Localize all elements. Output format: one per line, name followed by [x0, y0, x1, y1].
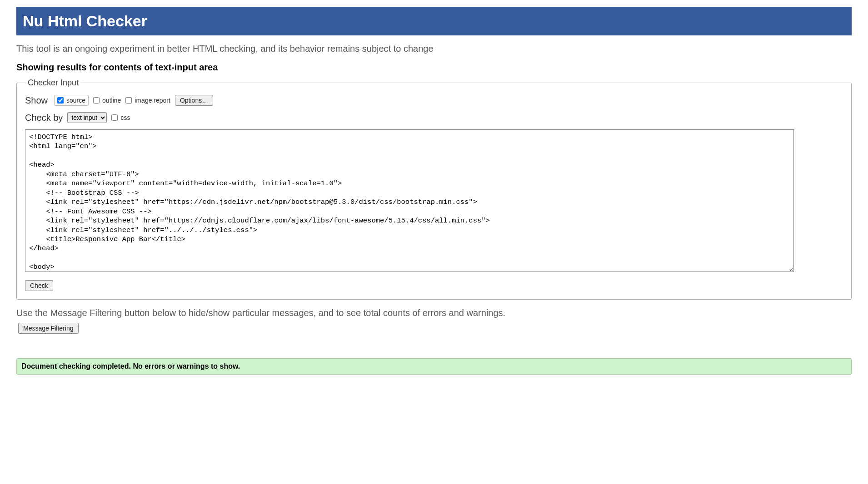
success-banner: Document checking completed. No errors o… — [16, 358, 852, 375]
success-message: Document checking completed. No errors o… — [21, 362, 240, 370]
checker-input-legend: Checker Input — [26, 78, 80, 88]
image-report-checkbox-group[interactable]: image report — [125, 97, 170, 104]
css-checkbox-group[interactable]: css — [111, 114, 130, 121]
outline-checkbox[interactable] — [93, 97, 100, 104]
source-textarea[interactable] — [25, 129, 794, 272]
source-checkbox-group[interactable]: source — [54, 95, 89, 106]
filtering-help-text: Use the Message Filtering button below t… — [16, 308, 852, 318]
source-checkbox-label: source — [66, 97, 85, 104]
checkby-select[interactable]: text input — [67, 112, 107, 123]
css-checkbox[interactable] — [111, 114, 118, 121]
checkby-row: Check by text input css — [25, 112, 843, 123]
check-button[interactable]: Check — [25, 280, 53, 291]
css-checkbox-label: css — [120, 114, 130, 121]
checkby-label: Check by — [25, 113, 63, 123]
image-report-checkbox[interactable] — [125, 97, 132, 104]
checker-input-fieldset: Checker Input Show source outline image … — [16, 78, 852, 300]
message-filtering-button[interactable]: Message Filtering — [18, 323, 79, 334]
options-button[interactable]: Options… — [175, 95, 213, 106]
show-label: Show — [25, 95, 48, 106]
source-checkbox[interactable] — [57, 97, 64, 104]
image-report-checkbox-label: image report — [135, 97, 170, 104]
outline-checkbox-label: outline — [102, 97, 121, 104]
check-button-row: Check — [25, 280, 843, 291]
header-banner: Nu Html Checker — [16, 7, 852, 35]
outline-checkbox-group[interactable]: outline — [93, 97, 121, 104]
results-heading: Showing results for contents of text-inp… — [16, 62, 852, 73]
subtitle-text: This tool is an ongoing experiment in be… — [16, 44, 852, 54]
page-title: Nu Html Checker — [23, 12, 845, 30]
show-row: Show source outline image report Options… — [25, 95, 843, 106]
